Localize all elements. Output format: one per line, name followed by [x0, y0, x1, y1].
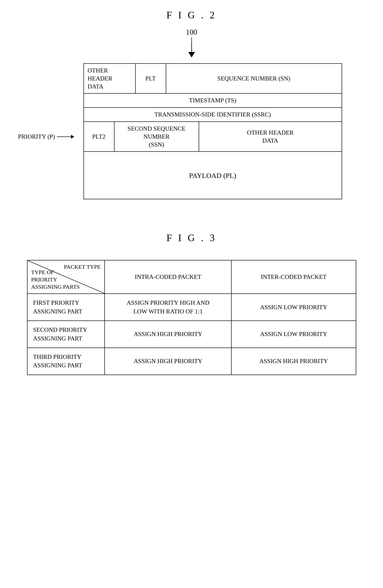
priority-arrow-line [57, 136, 71, 137]
diagonal-header-cell: PACKET TYPE TYPE OF PRIORITY ASSIGNING P… [27, 260, 105, 294]
cell-plt: PLT [136, 64, 166, 93]
page-container: F I G . 2 100 OTHER HEADER DATA PLT SEQU… [14, 9, 369, 375]
diagonal-header-inner: PACKET TYPE TYPE OF PRIORITY ASSIGNING P… [27, 260, 105, 294]
cell-timestamp: TIMESTAMP (TS) [84, 94, 342, 107]
cell-payload: PAYLOAD (PL) [84, 152, 342, 199]
fig2-arrow-container: 100 [186, 28, 198, 59]
diagonal-bottom-text: TYPE OF PRIORITY ASSIGNING PARTS [31, 269, 80, 291]
table-header-col2: INTRA-CODED PACKET [105, 260, 231, 294]
cell-other-header-bottom: OTHER HEADER DATA [199, 122, 342, 151]
table-row: FIRST PRIORITY ASSIGNING PART ASSIGN PRI… [27, 294, 356, 321]
cell-plt2: PLT2 [84, 122, 115, 151]
arrow-down-icon [186, 42, 198, 59]
table-row3-col2: ASSIGN HIGH PRIORITY [105, 348, 231, 375]
fig2-arrow-label: 100 [186, 28, 197, 37]
priority-label-container: PRIORITY (P) [18, 133, 74, 140]
cell-ssrc: TRANSMISSION-SIDE IDENTIFIER (SSRC) [84, 108, 342, 121]
table-row1-col2: ASSIGN PRIORITY HIGH AND LOW WITH RATIO … [105, 294, 231, 321]
packet-row-4: PRIORITY (P) PLT2 SECOND SEQUENCE NUMBER… [84, 122, 342, 152]
fig2-title: F I G . 2 [166, 9, 217, 21]
packet-row-3: TRANSMISSION-SIDE IDENTIFIER (SSRC) [84, 108, 342, 122]
table-row1-col3: ASSIGN LOW PRIORITY [231, 294, 356, 321]
packet-row-5: PAYLOAD (PL) [84, 152, 342, 199]
fig2-diagram-wrapper: OTHER HEADER DATA PLT SEQUENCE NUMBER (S… [65, 63, 342, 199]
arrow-top-line [191, 37, 192, 42]
priority-arrow-head [71, 135, 74, 139]
fig3-title: F I G . 3 [166, 232, 217, 244]
table-header-col3: INTER-CODED PACKET [231, 260, 356, 294]
table-row2-col3: ASSIGN LOW PRIORITY [231, 321, 356, 348]
packet-diagram: OTHER HEADER DATA PLT SEQUENCE NUMBER (S… [83, 63, 342, 199]
table-row2-col1: SECOND PRIORITY ASSIGNING PART [27, 321, 105, 348]
fig3-section: F I G . 3 PACKET TYPE TYPE OF PRIORITY A… [14, 232, 369, 375]
fig2-section: F I G . 2 100 OTHER HEADER DATA PLT SEQU… [14, 9, 369, 199]
cell-ssn: SECOND SEQUENCE NUMBER (SSN) [115, 122, 199, 151]
table-row2-col2: ASSIGN HIGH PRIORITY [105, 321, 231, 348]
cell-sn: SEQUENCE NUMBER (SN) [166, 64, 342, 93]
priority-table: PACKET TYPE TYPE OF PRIORITY ASSIGNING P… [27, 260, 356, 375]
table-row3-col1: THIRD PRIORITY ASSIGNING PART [27, 348, 105, 375]
packet-row-2: TIMESTAMP (TS) [84, 94, 342, 108]
table-row: SECOND PRIORITY ASSIGNING PART ASSIGN HI… [27, 321, 356, 348]
priority-arrow-icon [57, 135, 74, 139]
cell-other-header-top: OTHER HEADER DATA [84, 64, 136, 93]
table-row3-col3: ASSIGN HIGH PRIORITY [231, 348, 356, 375]
table-row: THIRD PRIORITY ASSIGNING PART ASSIGN HIG… [27, 348, 356, 375]
table-row1-col1: FIRST PRIORITY ASSIGNING PART [27, 294, 105, 321]
packet-row-1: OTHER HEADER DATA PLT SEQUENCE NUMBER (S… [84, 64, 342, 94]
priority-label: PRIORITY (P) [18, 133, 55, 140]
svg-marker-1 [188, 52, 195, 57]
table-header-row: PACKET TYPE TYPE OF PRIORITY ASSIGNING P… [27, 260, 356, 294]
